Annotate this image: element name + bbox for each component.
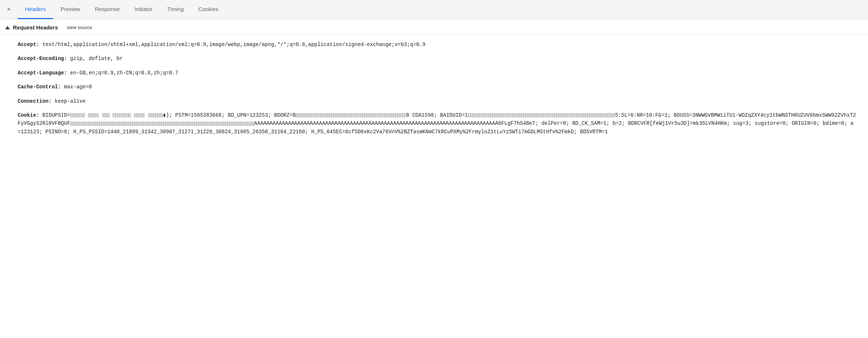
redacted-value — [70, 122, 254, 126]
header-value-text: BIDUPSID= — [39, 112, 70, 118]
header-value-text: ▮); PSTM=1585383668; BD_UPN=123253; BDOR… — [163, 112, 296, 118]
header-row: Connection: keep-alive — [0, 94, 868, 108]
redacted-value — [88, 113, 99, 117]
close-button[interactable]: × — [3, 4, 15, 15]
header-value: en-GB,en;q=0.9,zh-CN;q=0.8,zh;q=0.7 — [67, 70, 178, 76]
tab-initiator[interactable]: Initiator — [127, 0, 160, 19]
tab-preview[interactable]: Preview — [53, 0, 88, 19]
header-name: Accept-Encoding: — [18, 56, 67, 61]
tab-timing[interactable]: Timing — [160, 0, 191, 19]
header-row: Cache-Control: max-age=0 — [0, 80, 868, 94]
redacted-value — [70, 113, 85, 117]
header-value: gzip, deflate, br — [67, 56, 122, 61]
section-header: Request Headers view source — [0, 19, 868, 35]
redacted-value — [134, 113, 145, 117]
header-row: Cookie: BIDUPSID= ▮); PSTM=1585383668; B… — [0, 108, 868, 139]
header-value-text — [131, 112, 134, 118]
header-value-text — [85, 112, 88, 118]
header-value-text: B — [406, 112, 409, 118]
redacted-value — [468, 113, 615, 117]
header-row: Accept-Language: en-GB,en;q=0.9,zh-CN;q=… — [0, 66, 868, 80]
header-value: max-age=0 — [61, 84, 92, 90]
devtools-panel: × Headers Preview Response Initiator Tim… — [0, 0, 868, 338]
header-row: Accept: text/html,application/xhtml+xml,… — [0, 38, 868, 52]
triangle-icon — [6, 26, 10, 29]
view-source-link[interactable]: view source — [67, 25, 92, 30]
section-title: Request Headers — [6, 24, 58, 31]
header-name: Connection: — [18, 98, 51, 104]
header-name: Cache-Control: — [18, 84, 61, 90]
header-row: Accept-Encoding: gzip, deflate, br — [0, 52, 868, 66]
redacted-value — [148, 113, 163, 117]
header-name: Accept-Language: — [18, 70, 67, 76]
header-name: Cookie: — [18, 112, 39, 118]
header-value: text/html,application/xhtml+xml,applicat… — [39, 42, 426, 47]
header-value-text — [110, 112, 113, 118]
tab-cookies[interactable]: Cookies — [191, 0, 225, 19]
content-area: Request Headers view source Accept: text… — [0, 19, 868, 338]
redacted-value — [296, 113, 406, 117]
header-value-text: CDA1598; BAIDUID=1 — [409, 112, 468, 118]
header-value: keep-alive — [51, 98, 85, 104]
close-icon: × — [7, 6, 11, 13]
redacted-value — [102, 113, 110, 117]
redacted-value — [113, 113, 131, 117]
tab-response[interactable]: Response — [88, 0, 127, 19]
header-name: Accept: — [18, 42, 39, 47]
tab-headers[interactable]: Headers — [18, 0, 53, 19]
tab-bar: × Headers Preview Response Initiator Tim… — [0, 0, 868, 19]
headers-list: Accept: text/html,application/xhtml+xml,… — [0, 35, 868, 142]
header-value-text — [145, 112, 148, 118]
header-value-text — [99, 112, 102, 118]
